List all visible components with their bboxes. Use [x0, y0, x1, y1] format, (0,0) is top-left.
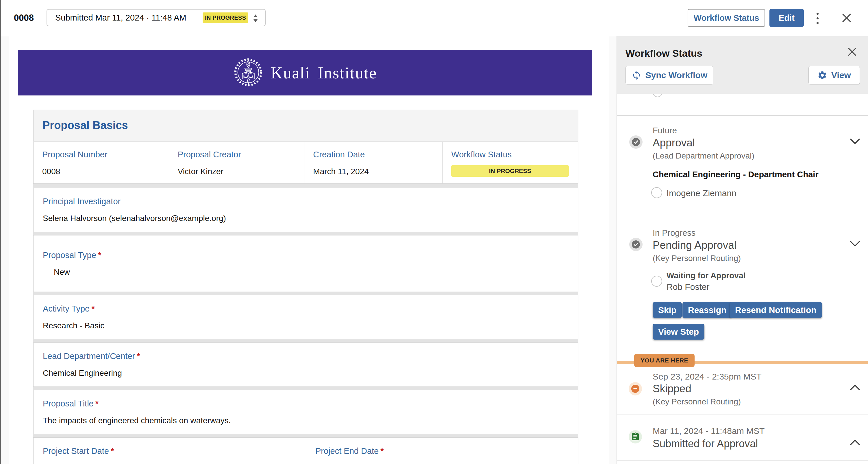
field-proposal-type: Proposal Type* New — [33, 235, 578, 292]
workflow-panel-header: Workflow Status Sync Workflow View — [617, 36, 868, 94]
step-status: In Progress — [653, 228, 695, 238]
field-project-start-date: Project Start Date* December 1, 2023 — [34, 438, 306, 464]
field-label: Project End Date — [315, 446, 379, 456]
step-title: Pending Approval — [653, 239, 737, 251]
check-circle-icon — [629, 135, 643, 149]
required-marker: * — [98, 251, 101, 260]
field-value: 0008 — [42, 167, 160, 176]
approver-radio-icon — [651, 187, 662, 198]
summary-row: Proposal Number 0008 Proposal Creator Vi… — [33, 142, 578, 184]
topbar-divider — [0, 36, 617, 36]
step-title: Approval — [653, 137, 695, 149]
view-button[interactable]: View — [808, 66, 860, 85]
chevron-down-icon[interactable] — [850, 138, 860, 146]
unfold-icon — [253, 14, 258, 24]
proposal-basics-section: Proposal Basics Proposal Number 0008 Pro… — [33, 110, 578, 464]
history-divider — [617, 460, 868, 461]
field-label: Proposal Title — [43, 399, 94, 408]
history-title: Submitted for Approval — [653, 438, 758, 450]
summary-cell-proposal-number: Proposal Number 0008 — [34, 142, 169, 183]
clipboard-icon — [629, 430, 642, 443]
panel-close-icon[interactable] — [847, 47, 857, 58]
approver-name: Rob Foster — [666, 282, 709, 292]
step-subtitle: (Lead Department Approval) — [653, 151, 754, 161]
sync-workflow-label: Sync Workflow — [645, 70, 707, 80]
view-step-button[interactable]: View Step — [653, 324, 704, 340]
institution-name: Kuali Institute — [271, 63, 377, 82]
top-bar: 0008 Submitted Mar 11, 2024 · 11:48 AM I… — [0, 0, 868, 36]
field-lead-department: Lead Department/Center* Chemical Enginee… — [33, 343, 578, 387]
field-label: Proposal Number — [42, 150, 160, 160]
step-divider — [617, 115, 868, 116]
field-value: Victor Kinzer — [178, 167, 296, 176]
field-label: Lead Department/Center — [43, 351, 135, 361]
field-label: Activity Type — [43, 304, 90, 313]
required-marker: * — [91, 304, 95, 313]
history-divider — [617, 414, 868, 415]
submission-version-label: Submitted Mar 11, 2024 · 11:48 AM — [55, 9, 186, 26]
sync-icon — [631, 70, 641, 80]
field-value: Selena Halvorson (selenahalvorson@exampl… — [43, 214, 569, 223]
section-title: Proposal Basics — [42, 110, 128, 141]
skip-circle-icon — [629, 382, 642, 396]
submission-version-select[interactable]: Submitted Mar 11, 2024 · 11:48 AM IN PRO… — [46, 9, 266, 26]
chevron-down-icon[interactable] — [850, 240, 860, 249]
submission-status-badge: IN PROGRESS — [203, 12, 248, 23]
step-subtitle: (Key Personnel Routing) — [653, 254, 741, 263]
summary-cell-creation-date: Creation Date March 11, 2024 — [304, 142, 442, 183]
field-label: Proposal Creator — [178, 150, 296, 160]
approver-name: Imogene Ziemann — [666, 188, 737, 198]
field-label: Creation Date — [313, 150, 434, 160]
edit-button[interactable]: Edit — [769, 9, 804, 27]
close-icon[interactable] — [841, 12, 852, 25]
chevron-up-icon[interactable] — [850, 439, 860, 447]
field-label: Proposal Type — [43, 251, 96, 260]
field-proposal-title: Proposal Title* The impacts of engineere… — [33, 390, 578, 434]
proposal-document: Kuali Institute Proposal Basics Proposal… — [9, 36, 609, 464]
history-timestamp: Mar 11, 2024 - 11:48am MST — [653, 426, 765, 436]
required-marker: * — [137, 351, 140, 361]
required-marker: * — [111, 446, 114, 456]
check-circle-icon — [629, 238, 643, 251]
field-project-dates: Project Start Date* December 1, 2023 Pro… — [33, 437, 578, 464]
institution-banner: Kuali Institute — [18, 50, 592, 95]
field-principal-investigator: Principal Investigator Selena Halvorson … — [33, 188, 578, 232]
skip-button[interactable]: Skip — [653, 302, 682, 318]
field-activity-type: Activity Type* Research - Basic — [33, 295, 578, 339]
approver-radio-icon — [651, 276, 662, 287]
resend-notification-button[interactable]: Resend Notification — [730, 302, 822, 318]
field-value: March 11, 2024 — [313, 167, 434, 176]
field-value: New — [54, 268, 569, 277]
chevron-up-icon[interactable] — [850, 384, 860, 392]
field-value: Chemical Engineering — [43, 369, 569, 378]
summary-cell-proposal-creator: Proposal Creator Victor Kinzer — [169, 142, 305, 183]
window-edge — [0, 0, 1, 464]
summary-cell-workflow-status: Workflow Status IN PROGRESS — [442, 142, 578, 183]
gear-icon — [817, 70, 827, 80]
field-label: Project Start Date — [43, 446, 109, 456]
required-marker: * — [95, 399, 99, 408]
reassign-button[interactable]: Reassign — [682, 302, 732, 318]
proposal-number: 0008 — [14, 0, 34, 36]
workflow-status-badge: IN PROGRESS — [451, 165, 569, 177]
workflow-panel-title: Workflow Status — [625, 48, 702, 59]
torch-logo — [233, 56, 263, 90]
you-are-here-badge: YOU ARE HERE — [634, 354, 694, 367]
history-timestamp: Sep 23, 2024 - 2:35pm MST — [653, 372, 762, 382]
field-label: Workflow Status — [451, 150, 569, 160]
section-header: Proposal Basics — [33, 110, 578, 141]
step-status: Future — [653, 126, 677, 135]
field-value: Research - Basic — [43, 321, 569, 330]
workflow-status-panel: Workflow Status Sync Workflow View Futur… — [617, 36, 868, 464]
kebab-menu-icon[interactable] — [813, 10, 822, 26]
sync-workflow-button[interactable]: Sync Workflow — [625, 66, 713, 85]
field-label: Principal Investigator — [43, 197, 121, 206]
field-value: The impacts of engineered chemicals on w… — [43, 416, 569, 425]
history-title: Skipped — [653, 383, 691, 395]
workflow-status-button[interactable]: Workflow Status — [688, 9, 765, 27]
field-project-end-date: Project End Date* November 30, 2028 — [306, 438, 578, 464]
approver-status: Waiting for Approval — [666, 271, 745, 280]
required-marker: * — [380, 446, 383, 456]
history-subtitle: (Key Personnel Routing) — [653, 397, 741, 406]
approver-group: Chemical Engineering - Department Chair — [653, 170, 818, 179]
